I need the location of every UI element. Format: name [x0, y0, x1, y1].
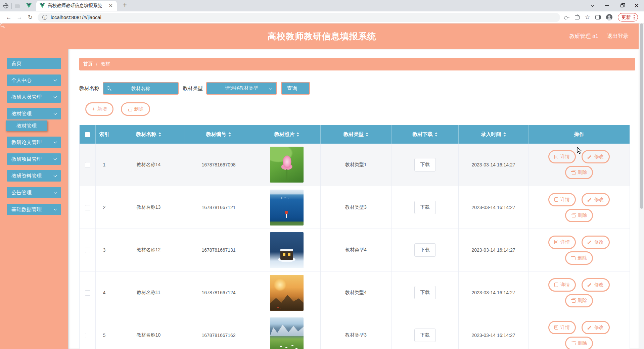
delete-button[interactable]: 删除	[565, 166, 593, 179]
sidebar-item-个人中心[interactable]: 个人中心	[7, 74, 61, 86]
sidebar-item-首页[interactable]: 首页	[7, 58, 61, 69]
row-checkbox[interactable]	[85, 290, 90, 296]
share-icon[interactable]	[575, 15, 580, 19]
row-checkbox[interactable]	[85, 205, 90, 210]
sidebar-item-基础数据管理[interactable]: 基础数据管理	[7, 204, 61, 215]
table-header-row: 索引教材名称教材编号教材照片教材类型教材下载录入时间操作	[80, 125, 630, 144]
sidebar-subitem-教材管理[interactable]: 教材管理	[6, 120, 47, 131]
chrome-update-button[interactable]: 更新	[618, 13, 638, 21]
sort-carets-icon[interactable]	[158, 132, 161, 137]
column-header-录入时间[interactable]: 录入时间	[459, 125, 528, 144]
select-all-header[interactable]	[80, 125, 96, 144]
sort-carets-icon[interactable]	[228, 132, 231, 137]
edit-button[interactable]: 修改	[582, 321, 610, 334]
download-button[interactable]: 下载	[414, 201, 436, 214]
select-all-checkbox[interactable]	[85, 132, 90, 137]
delete-button[interactable]: 删除	[565, 337, 593, 349]
sort-carets-icon[interactable]	[503, 132, 506, 137]
edit-button[interactable]: 修改	[582, 150, 610, 163]
site-info-icon[interactable]: i	[42, 15, 47, 20]
restore-window-button[interactable]	[614, 0, 629, 11]
cell-material-name: 教材名称11	[113, 271, 184, 314]
column-header-教材照片[interactable]: 教材照片	[253, 125, 321, 144]
sidebar-item-公告管理[interactable]: 公告管理	[7, 187, 61, 198]
download-button[interactable]: 下载	[414, 329, 436, 342]
password-key-icon[interactable]	[564, 16, 569, 19]
detail-button[interactable]: 详情	[548, 278, 576, 292]
close-window-button[interactable]: ✕	[629, 0, 644, 11]
sea-red-umbrella-photo[interactable]	[270, 190, 304, 226]
reload-button[interactable]: ↻	[25, 14, 36, 21]
current-user-link[interactable]: 教研管理 a1	[569, 33, 598, 40]
delete-button[interactable]: 删除	[565, 209, 593, 222]
cell-material-type: 教材类型4	[321, 229, 392, 271]
sort-carets-icon[interactable]	[296, 132, 299, 137]
globe-pinned-tab-icon[interactable]	[3, 3, 8, 8]
trash-icon	[571, 170, 575, 175]
lotus-flower-photo[interactable]	[270, 147, 304, 183]
chevron-down-icon	[54, 140, 57, 144]
scrollbar-thumb[interactable]	[640, 23, 643, 209]
detail-button[interactable]: 详情	[548, 150, 576, 163]
delete-button[interactable]: 删除	[565, 251, 593, 265]
row-checkbox[interactable]	[85, 333, 90, 338]
logout-link[interactable]: 退出登录	[607, 33, 629, 40]
side-panel-icon[interactable]	[595, 15, 601, 19]
cell-index: 3	[96, 229, 113, 271]
sort-carets-icon[interactable]	[435, 132, 438, 137]
material-name-input[interactable]	[103, 86, 178, 91]
sidebar-item-教研论文管理[interactable]: 教研论文管理	[7, 137, 61, 148]
forward-button[interactable]: →	[14, 14, 25, 21]
chevron-down-icon	[269, 87, 273, 90]
sidebar-item-教研项目管理[interactable]: 教研项目管理	[7, 153, 61, 165]
sidebar-item-教研人员管理[interactable]: 教研人员管理	[7, 91, 61, 103]
delete-selected-button[interactable]: 删除	[121, 102, 150, 116]
pen-icon	[588, 325, 592, 330]
delete-button[interactable]: 删除	[565, 294, 593, 307]
vue-logo-pinned-tab-icon[interactable]	[26, 3, 32, 8]
download-button[interactable]: 下载	[414, 243, 436, 257]
column-header-教材类型[interactable]: 教材类型	[321, 125, 392, 144]
mountain-meadow-sheep-photo[interactable]	[270, 317, 304, 349]
back-button[interactable]: ←	[3, 14, 14, 21]
sidebar-item-教研资料管理[interactable]: 教研资料管理	[7, 170, 61, 182]
column-header-教材名称[interactable]: 教材名称	[113, 125, 184, 144]
search-tabs-button[interactable]	[585, 0, 600, 11]
column-header-教材编号[interactable]: 教材编号	[184, 125, 253, 144]
query-button[interactable]: 查询	[281, 82, 310, 95]
edit-button[interactable]: 修改	[582, 236, 610, 249]
golden-mountain-sunset-photo[interactable]	[270, 275, 304, 311]
minimize-window-button[interactable]	[600, 0, 614, 11]
page-scrollbar[interactable]	[639, 23, 644, 349]
material-type-select[interactable]: 请选择教材类型	[206, 82, 277, 95]
download-button[interactable]: 下载	[414, 158, 436, 171]
document-icon	[554, 240, 558, 244]
detail-button[interactable]: 详情	[548, 236, 576, 249]
edit-button[interactable]: 修改	[582, 278, 610, 292]
page-title: 高校教师教研信息填报系统	[0, 23, 644, 49]
row-checkbox[interactable]	[85, 162, 90, 167]
breadcrumb-home[interactable]: 首页	[83, 61, 93, 67]
sidebar-item-教材管理[interactable]: 教材管理	[7, 108, 61, 119]
address-bar[interactable]: i localhost:8081/#/jiaocai	[38, 13, 560, 22]
sort-carets-icon[interactable]	[366, 132, 368, 137]
document-icon	[554, 155, 558, 159]
row-checkbox[interactable]	[85, 248, 90, 253]
bookmark-star-icon[interactable]: ☆	[585, 14, 590, 20]
detail-button[interactable]: 详情	[548, 193, 576, 206]
new-tab-button[interactable]: +	[121, 1, 129, 10]
download-button[interactable]: 下载	[414, 286, 436, 299]
pen-icon	[588, 283, 592, 287]
column-header-教材下载[interactable]: 教材下载	[392, 125, 459, 144]
browser-menu-icon[interactable]	[633, 15, 636, 19]
blank-pinned-tab-icon[interactable]	[15, 4, 20, 8]
cell-entry-time: 2023-03-14 16:14:27	[459, 271, 528, 314]
add-button[interactable]: + 新增	[85, 102, 113, 116]
profile-avatar[interactable]	[606, 14, 612, 20]
chevron-down-icon	[54, 174, 57, 177]
active-browser-tab[interactable]: 高校教师教研信息填报系统 ✕	[36, 1, 117, 11]
tab-close-icon[interactable]: ✕	[107, 3, 114, 9]
edit-button[interactable]: 修改	[582, 193, 610, 206]
detail-button[interactable]: 详情	[548, 321, 576, 334]
snow-cabin-night-photo[interactable]	[270, 232, 304, 268]
